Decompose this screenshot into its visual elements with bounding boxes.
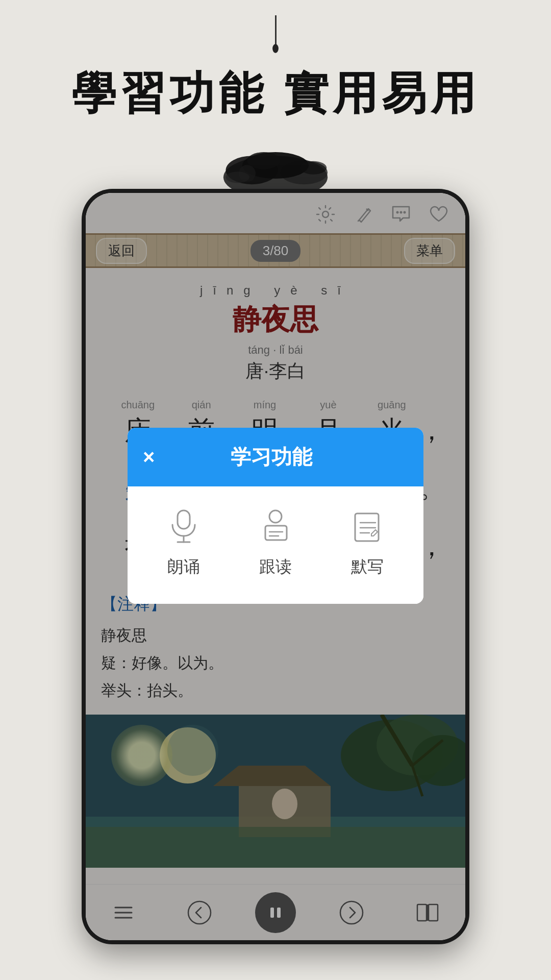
main-title: 學習功能 實用易用 [71,63,480,124]
recitation-option[interactable]: 朗诵 [163,507,204,578]
recitation-label: 朗诵 [167,556,200,578]
dictation-option[interactable]: 默写 [347,507,388,578]
svg-rect-36 [178,510,190,529]
svg-point-39 [269,510,282,523]
phone-frame: 返回 3/80 菜单 jīng yè sī 静夜思 táng · lǐ bái … [82,189,469,944]
svg-point-6 [226,172,249,183]
learning-dialog: × 学习功能 朗诵 [128,428,423,604]
svg-point-7 [300,161,327,175]
follow-read-option[interactable]: 跟读 [255,507,296,578]
ink-line [275,15,277,46]
dialog-close-button[interactable]: × [143,446,155,469]
dialog-header: × 学习功能 [128,428,423,486]
phone-screen: 返回 3/80 菜单 jīng yè sī 静夜思 táng · lǐ bái … [86,193,465,940]
dictation-label: 默写 [351,556,384,578]
svg-rect-40 [265,526,287,540]
ink-drop-small [272,44,279,53]
top-decorative-area: 學習功能 實用易用 [0,0,551,204]
microphone-icon [163,507,204,548]
follow-read-label: 跟读 [259,556,292,578]
dialog-title: 学习功能 [165,443,378,471]
dialog-body: 朗诵 跟读 [128,486,423,604]
reading-icon [255,507,296,548]
writing-icon [347,507,388,548]
